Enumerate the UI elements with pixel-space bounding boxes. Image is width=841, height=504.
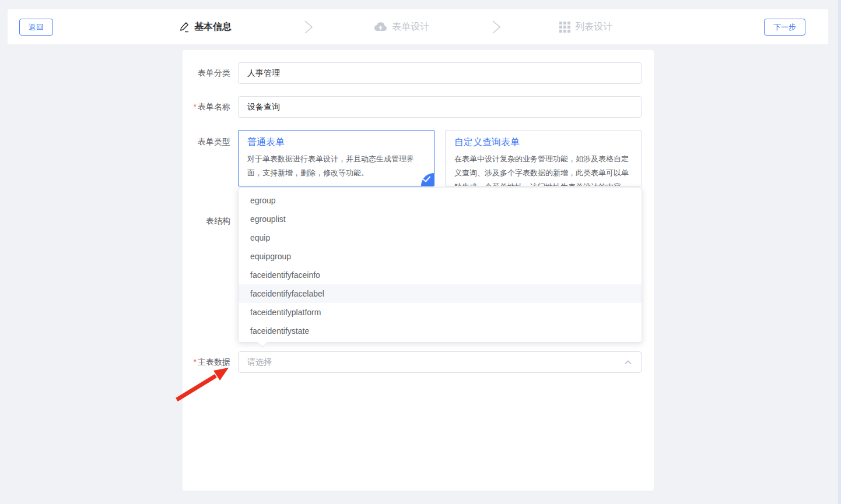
form-category-label: 表单分类 (152, 67, 230, 79)
main-table-label: *主表数据 (152, 356, 230, 368)
dropdown-option[interactable]: faceidentifystate (239, 322, 642, 340)
dropdown-option-highlighted[interactable]: faceidentifyfacelabel (239, 284, 642, 303)
dropdown-option[interactable]: equip (239, 228, 642, 247)
card-description: 在表单中设计复杂的业务管理功能，如涉及表格自定义查询、涉及多个字表数据的新增，此… (454, 152, 632, 186)
chevron-up-icon (624, 358, 632, 366)
step-label: 基本信息 (194, 21, 232, 33)
step-basic-info[interactable]: 基本信息 (178, 9, 232, 44)
form-type-card-custom-query[interactable]: 自定义查询表单 在表单中设计复杂的业务管理功能，如涉及表格自定义查询、涉及多个字… (445, 130, 642, 186)
card-title: 自定义查询表单 (454, 136, 632, 149)
main-table-select[interactable]: 请选择 (238, 351, 642, 373)
dropdown-option[interactable]: egroup (239, 191, 642, 210)
form-type-card-normal[interactable]: 普通表单 对于单表数据进行表单设计，并且动态生成管理界面，支持新增，删除，修改等… (238, 130, 434, 186)
form-name-input[interactable] (238, 96, 642, 118)
back-button[interactable]: 返回 (19, 19, 53, 36)
form-name-label: *表单名称 (152, 101, 230, 112)
step-label: 列表设计 (575, 21, 612, 33)
next-step-button[interactable]: 下一步 (764, 19, 805, 36)
required-asterisk: * (194, 357, 197, 366)
edit-icon (178, 22, 190, 33)
chevron-right-icon (302, 20, 315, 34)
required-asterisk: * (194, 102, 197, 111)
card-title: 普通表单 (247, 136, 425, 149)
card-description: 对于单表数据进行表单设计，并且动态生成管理界面，支持新增，删除，修改等功能。 (247, 152, 425, 180)
chevron-right-icon (490, 20, 503, 34)
check-icon (422, 175, 431, 184)
wizard-header: 返回 基本信息 表单设计 (8, 9, 828, 44)
form-type-label: 表单类型 (152, 136, 230, 147)
table-structure-label: 表结构 (152, 215, 230, 227)
dropdown-option[interactable]: egrouplist (239, 210, 642, 228)
dropdown-option[interactable]: faceidentifyfaceinfo (239, 266, 642, 284)
step-label: 表单设计 (392, 21, 429, 33)
grid-icon (559, 22, 570, 33)
main-table-dropdown: egroup egrouplist equip equipgroup facei… (238, 188, 642, 343)
step-list-design[interactable]: 列表设计 (559, 9, 612, 44)
dropdown-option[interactable]: equipgroup (239, 247, 642, 266)
form-category-input[interactable] (238, 62, 642, 84)
dropdown-option[interactable]: faceidentifyplatform (239, 303, 642, 322)
cloud-upload-icon (374, 22, 387, 32)
step-form-design[interactable]: 表单设计 (374, 9, 429, 44)
page-scrollbar[interactable] (838, 0, 841, 504)
select-placeholder: 请选择 (247, 357, 624, 368)
